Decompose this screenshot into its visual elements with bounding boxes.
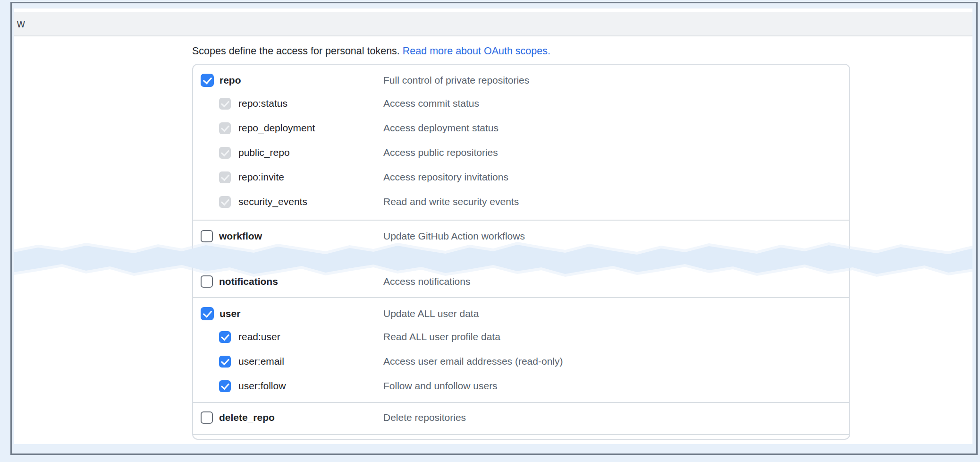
scope-name: read:user [238,331,280,342]
checkbox-disabled-checked-icon [219,98,231,110]
checkbox-checked-icon[interactable] [219,356,231,368]
scope-description: Read ALL user profile data [383,331,849,342]
window-frame: w Scopes define the access for personal … [10,2,978,455]
scope-name: public_repo [238,147,290,158]
scope-row-public-repo: public_repo Access public repositories [193,140,849,165]
scope-description: Access commit status [383,98,849,109]
scope-row-user-email: user:email Access user email addresses (… [193,349,849,374]
scope-name: delete_repo [219,412,275,423]
scope-description: Update GitHub Action workflows [383,231,849,242]
scope-name: repo [220,75,241,86]
scope-description: Delete repositories [383,412,849,423]
scope-description: Update ALL user data [383,308,849,319]
checkbox-unchecked-icon[interactable] [201,275,213,288]
window-header: w [14,12,972,36]
content-area: w Scopes define the access for personal … [14,9,972,444]
intro-sentence: Scopes define the access for personal to… [192,45,403,57]
scope-group-repo: repo Full control of private repositorie… [193,65,849,220]
checkbox-disabled-checked-icon [219,122,231,134]
scope-name: user:follow [238,380,286,392]
scopes-intro-text: Scopes define the access for personal to… [192,44,972,58]
scope-name: repo:invite [238,171,284,183]
scope-name: repo_deployment [238,122,315,134]
scope-name: security_events [238,196,307,207]
checkbox-checked-icon[interactable] [201,74,214,87]
scope-description: Access deployment status [383,122,849,134]
scope-row-delete-repo: delete_repo Delete repositories [193,407,849,428]
scope-description: Access repository invitations [383,171,849,183]
checkbox-disabled-checked-icon [219,147,231,159]
header-label: w [17,17,25,30]
checkbox-checked-icon[interactable] [219,331,231,343]
scope-description: Access notifications [383,276,849,287]
checkbox-disabled-checked-icon [219,171,231,183]
scope-group-user: user Update ALL user data read:user Read… [193,297,849,402]
scope-description: Follow and unfollow users [383,380,849,392]
checkbox-checked-icon[interactable] [201,307,214,320]
scope-description: Full control of private repositories [383,75,849,86]
scope-description: Access user email addresses (read-only) [383,356,849,367]
scope-row-read-user: read:user Read ALL user profile data [193,325,849,349]
checkbox-disabled-checked-icon [219,196,231,208]
scope-row-repo: repo Full control of private repositorie… [193,69,849,91]
scope-description: Access public repositories [383,147,849,158]
checkbox-unchecked-icon[interactable] [201,411,213,424]
scope-group-delete-repo: delete_repo Delete repositories [193,402,849,434]
scope-description: Read and write security events [383,196,849,207]
checkbox-checked-icon[interactable] [219,380,231,392]
scope-name: user [220,308,240,319]
scope-row-repo-status: repo:status Access commit status [193,91,849,116]
scope-row-security-events: security_events Read and write security … [193,189,849,214]
scope-name: user:email [238,356,284,367]
scope-row-user-follow: user:follow Follow and unfollow users [193,374,849,398]
clipped-next-row [193,434,849,439]
oauth-scopes-link[interactable]: Read more about OAuth scopes. [403,45,550,57]
scope-row-repo-deployment: repo_deployment Access deployment status [193,116,849,140]
scope-row-user: user Update ALL user data [193,303,849,325]
checkbox-unchecked-icon[interactable] [201,230,213,242]
scope-name: notifications [219,276,278,287]
scope-name: workflow [219,231,262,242]
scope-row-repo-invite: repo:invite Access repository invitation… [193,165,849,189]
scope-name: repo:status [238,98,287,109]
